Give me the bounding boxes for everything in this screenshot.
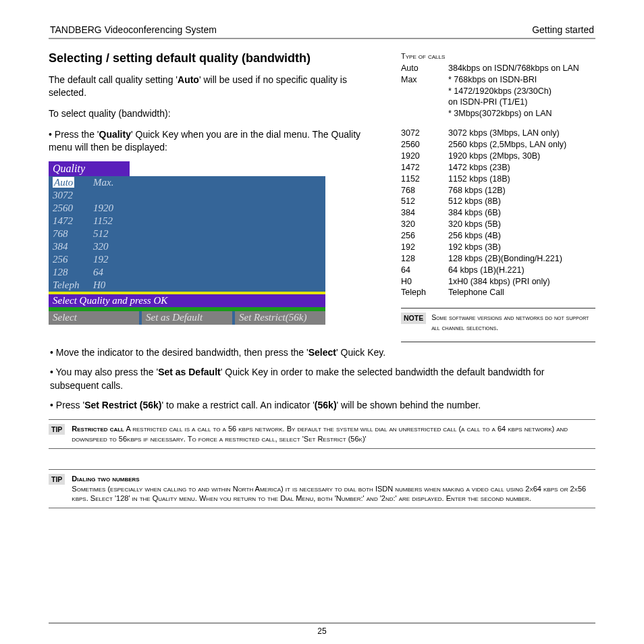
page-number: 25 [0, 626, 644, 636]
page-title: Selecting / setting default quality (ban… [49, 51, 386, 65]
calls-val: 256 kbps (4B) [448, 230, 595, 242]
menu-item[interactable]: 1472 [49, 215, 89, 227]
calls-key: 2560 [401, 139, 441, 151]
calls-key: 1472 [401, 162, 441, 173]
calls-key [401, 108, 441, 119]
calls-key: 768 [401, 185, 441, 196]
calls-val: 1xH0 (384 kbps) (PRI only) [448, 276, 595, 288]
note-text: Some software versions and networks do n… [431, 313, 595, 331]
calls-key: H0 [401, 276, 441, 288]
calls-heading: Type of calls [401, 51, 595, 61]
menu-item[interactable]: 2560 [49, 202, 89, 215]
menu-title: Quality [49, 161, 130, 176]
note-row: NOTE Some software versions and networks… [401, 313, 595, 331]
calls-key: 128 [401, 253, 441, 265]
menu-item[interactable]: 512 [89, 227, 123, 240]
menu-item[interactable]: Auto [49, 176, 89, 189]
calls-key: Auto [401, 63, 441, 74]
calls-val: 1472 kbps (23B) [448, 162, 595, 173]
calls-val: 3072 kbps (3Mbps, LAN only) [448, 128, 595, 139]
calls-key: 384 [401, 207, 441, 219]
note-divider-bottom [401, 342, 595, 342]
menu-prompt: Select Quality and press OK [49, 294, 325, 307]
calls-val: 128 kbps (2B)(Bonding/H.221) [448, 253, 595, 265]
set-default-button[interactable]: Set as Default [142, 311, 235, 325]
bullet-3: • Press 'Set Restrict (56k)' to make a r… [49, 399, 595, 412]
calls-val: * 1472/1920kbps (23/30Ch) [448, 86, 595, 97]
menu-button-row: Select Set as Default Set Restrict(56k) [49, 311, 325, 325]
note-label: NOTE [401, 313, 426, 323]
calls-val: 384 kbps (6B) [448, 207, 595, 219]
menu-item[interactable]: 1152 [89, 215, 123, 227]
menu-item[interactable]: 256 [49, 253, 89, 266]
note-divider [401, 308, 595, 308]
menu-grid: AutoMax.30722560192014721152768512384320… [49, 176, 325, 292]
calls-table: 30723072 kbps (3Mbps, LAN only)25602560 … [401, 128, 595, 298]
tip-dialing-two: TIP Dialing two numbers Sometimes (espec… [49, 469, 595, 509]
calls-key: 64 [401, 265, 441, 276]
calls-val: * 3Mbps(3072kbps) on LAN [448, 108, 595, 119]
calls-val: 2560 kbps (2,5Mbps, LAN only) [448, 139, 595, 151]
menu-item[interactable]: Max. [89, 176, 123, 189]
tip-text: Restricted call A restricted call is a c… [72, 424, 595, 444]
bullet-1: • Move the indicator to the desired band… [49, 346, 595, 360]
calls-key: 256 [401, 230, 441, 242]
calls-key: 3072 [401, 128, 441, 139]
tip-text: Dialing two numbers Sometimes (especiall… [72, 474, 595, 504]
menu-item[interactable]: 384 [49, 240, 89, 253]
calls-val: 64 kbps (1B)(H.221) [448, 265, 595, 276]
tip-label: TIP [49, 424, 65, 435]
calls-key: 1152 [401, 173, 441, 185]
calls-val: 1152 kbps (18B) [448, 173, 595, 185]
calls-val: on ISDN-PRI (T1/E1) [448, 97, 595, 108]
calls-key: Max [401, 74, 441, 86]
calls-val: 320 kbps (5B) [448, 219, 595, 230]
menu-item[interactable]: 768 [49, 227, 89, 240]
calls-val: * 768kbps on ISDN-BRI [448, 74, 595, 86]
calls-key: Teleph [401, 287, 441, 298]
quality-menu: Quality AutoMax.307225601920147211527685… [49, 161, 325, 325]
menu-item[interactable]: 64 [89, 266, 123, 279]
bullet-2: • You may also press the 'Set as Default… [49, 366, 595, 392]
calls-key: 512 [401, 196, 441, 207]
calls-key: 1920 [401, 151, 441, 162]
menu-item[interactable]: 128 [49, 266, 89, 279]
tip-label: TIP [49, 474, 65, 485]
header-rule [49, 38, 595, 39]
calls-key: 192 [401, 242, 441, 253]
calls-val: 512 kbps (8B) [448, 196, 595, 207]
para-3: • Press the 'Quality' Quick Key when you… [49, 128, 386, 154]
menu-item[interactable]: 3072 [49, 189, 89, 202]
menu-item[interactable]: 320 [89, 240, 123, 253]
calls-val: 384kbps on ISDN/768kbps on LAN [448, 63, 595, 74]
menu-item[interactable]: 192 [89, 253, 123, 266]
menu-item[interactable]: Teleph [49, 279, 89, 292]
calls-key [401, 86, 441, 97]
header-right: Getting started [532, 24, 594, 35]
para-2: To select quality (bandwidth): [49, 107, 386, 120]
menu-item[interactable]: 1920 [89, 202, 123, 215]
header-left: TANDBERG Videoconferencing System [50, 24, 217, 35]
tip-restricted-call: TIP Restricted call A restricted call is… [49, 419, 595, 449]
menu-item[interactable]: H0 [89, 279, 123, 292]
para-1: The default call quality setting 'Auto' … [49, 74, 386, 99]
menu-item[interactable] [89, 189, 123, 202]
footer-rule [49, 622, 595, 624]
calls-val: 192 kbps (3B) [448, 242, 595, 253]
calls-top-table: Auto384kbps on ISDN/768kbps on LANMax* 7… [401, 63, 595, 119]
calls-key: 320 [401, 219, 441, 230]
set-restrict-button[interactable]: Set Restrict(56k) [235, 311, 325, 325]
page-header: TANDBERG Videoconferencing System Gettin… [49, 24, 595, 38]
calls-key [401, 97, 441, 108]
calls-val: Telephone Call [448, 287, 595, 298]
select-button[interactable]: Select [49, 311, 142, 325]
calls-val: 1920 kbps (2Mbps, 30B) [448, 151, 595, 162]
calls-val: 768 kbps (12B) [448, 185, 595, 196]
